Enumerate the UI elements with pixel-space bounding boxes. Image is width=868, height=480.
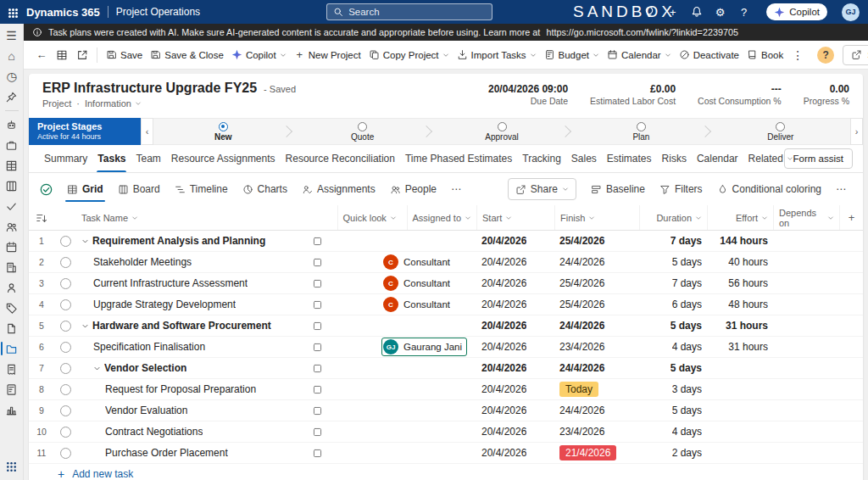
depends-on-cell[interactable]	[773, 252, 839, 272]
row-select[interactable]	[54, 400, 76, 421]
sidebar-item-accounts[interactable]	[0, 257, 24, 277]
finish-cell[interactable]: 23/4/2026	[554, 337, 639, 357]
notifications-button[interactable]	[690, 6, 703, 19]
task-name-cell[interactable]: Current Infrastructure Assessment	[76, 273, 307, 293]
sidebar-item-projects[interactable]	[0, 338, 24, 359]
task-name-cell[interactable]: Specification Finalisation	[76, 337, 307, 357]
finish-cell[interactable]: 25/4/2026	[554, 273, 639, 293]
bpf-stage-approval[interactable]: Approval	[432, 119, 571, 144]
row-select[interactable]	[54, 443, 76, 463]
duration-cell[interactable]: 3 days	[639, 379, 707, 399]
sidebar-item-recent[interactable]: ◷	[0, 66, 24, 87]
duration-cell[interactable]: 4 days	[639, 421, 707, 442]
effort-cell[interactable]: 31 hours	[707, 337, 773, 357]
effort-cell[interactable]	[707, 443, 773, 463]
finish-cell[interactable]: 24/4/2026	[554, 252, 639, 272]
depends-on-cell[interactable]	[773, 231, 839, 251]
command-book[interactable]: Book	[743, 44, 787, 66]
bpf-stage-new[interactable]: New	[153, 119, 292, 144]
share-button[interactable]: Share	[508, 178, 576, 200]
column-header-assigned-to[interactable]: Assigned to	[407, 205, 476, 230]
duration-cell[interactable]: 2 days	[639, 443, 707, 463]
start-cell[interactable]: 20/4/2026	[476, 379, 554, 399]
tab-sales[interactable]: Sales	[566, 145, 602, 172]
finish-cell[interactable]: 24/4/2026	[554, 315, 639, 336]
start-cell[interactable]: 20/4/2026	[476, 443, 554, 463]
start-cell[interactable]: 20/4/2026	[476, 337, 554, 357]
task-name-cell[interactable]: Vendor Evaluation	[76, 400, 307, 421]
sidebar-item-pinned[interactable]	[0, 87, 24, 107]
more-actions-button[interactable]: ⋯	[829, 178, 853, 200]
assigned-to-cell[interactable]	[376, 443, 476, 463]
command-deactivate[interactable]: Deactivate	[676, 44, 743, 66]
bpf-stage-deliver[interactable]: Deliver	[711, 119, 850, 144]
command-save-close[interactable]: Save & Close	[147, 44, 227, 66]
command-save[interactable]: Save	[103, 44, 146, 66]
view-charts[interactable]: Charts	[236, 178, 294, 200]
add-column-button[interactable]: +	[839, 205, 863, 230]
quick-look-cell[interactable]	[307, 273, 376, 293]
view-grid[interactable]: Grid	[60, 178, 110, 200]
show-as-grid-button[interactable]	[53, 45, 71, 65]
share-button[interactable]: Share	[843, 45, 868, 65]
tab-summary[interactable]: Summary	[39, 145, 92, 172]
command-copilot[interactable]: Copilot	[228, 44, 290, 66]
help-button[interactable]: ?	[817, 47, 834, 64]
bpf-collapse-button[interactable]: ‹	[141, 118, 153, 145]
depends-on-cell[interactable]	[773, 421, 839, 442]
depends-on-cell[interactable]	[773, 294, 839, 315]
quick-look-cell[interactable]	[307, 443, 376, 463]
depends-on-cell[interactable]	[773, 400, 839, 421]
start-cell[interactable]: 20/4/2026	[476, 231, 554, 251]
command-budget[interactable]: Budget	[541, 44, 603, 66]
tab-team[interactable]: Team	[131, 145, 165, 172]
form-selector[interactable]: Information	[85, 98, 142, 109]
duration-cell[interactable]: 6 days	[639, 294, 707, 315]
quick-look-cell[interactable]	[307, 294, 376, 315]
add-new-task-button[interactable]: + Add new task	[58, 468, 133, 480]
column-header-start[interactable]: Start	[476, 205, 554, 230]
duration-cell[interactable]: 7 days	[639, 273, 707, 293]
row-select[interactable]	[54, 379, 76, 399]
sidebar-item-schedule-board[interactable]	[0, 176, 24, 196]
app-name[interactable]: Project Operations	[116, 6, 200, 18]
conditional-coloring-button[interactable]: Conditional coloring	[710, 178, 828, 200]
more-commands-button[interactable]: ⋮	[788, 45, 807, 65]
sidebar-item-invoices[interactable]	[0, 379, 24, 399]
duration-cell[interactable]: 7 days	[639, 231, 707, 251]
app-launcher-waffle-icon[interactable]	[8, 8, 11, 11]
column-header-quick-look[interactable]: Quick look	[337, 205, 407, 230]
sidebar-item-orders[interactable]	[0, 359, 24, 379]
view-board[interactable]: Board	[111, 178, 167, 200]
sidebar-item-resources[interactable]	[0, 216, 24, 237]
finish-cell[interactable]: 25/4/2026	[554, 294, 639, 315]
baseline-button[interactable]: Baseline	[584, 178, 652, 200]
more-views-button[interactable]: ⋯	[444, 178, 468, 200]
finish-cell[interactable]: 23/4/2026	[554, 421, 639, 442]
column-header-depends-on[interactable]: Depends on	[773, 205, 839, 230]
duration-cell[interactable]: 4 days	[639, 337, 707, 357]
task-name-cell[interactable]: Hardware and Software Procurement	[76, 315, 307, 336]
sidebar-item-tasks[interactable]	[0, 196, 24, 216]
assigned-to-cell[interactable]	[376, 231, 476, 251]
sidebar-item-my-work[interactable]	[0, 135, 24, 155]
depends-on-cell[interactable]	[773, 337, 839, 357]
quick-look-cell[interactable]	[307, 231, 376, 251]
brand-label[interactable]: Dynamics 365	[26, 6, 100, 19]
row-select[interactable]	[54, 421, 76, 442]
tab-calendar[interactable]: Calendar	[692, 145, 743, 172]
filters-button[interactable]: Filters	[653, 178, 709, 200]
assigned-to-cell[interactable]: CConsultant	[376, 294, 476, 315]
command-new-project[interactable]: +New Project	[291, 44, 364, 66]
quick-look-cell[interactable]	[307, 337, 376, 357]
start-cell[interactable]: 20/4/2026	[476, 358, 554, 378]
row-select[interactable]	[54, 358, 76, 378]
open-in-new-window-button[interactable]	[73, 45, 92, 65]
effort-cell[interactable]: 40 hours	[707, 252, 773, 272]
column-options-button[interactable]	[29, 205, 54, 230]
sidebar-item-reports[interactable]	[0, 399, 24, 420]
effort-cell[interactable]: 31 hours	[707, 315, 773, 336]
quick-look-cell[interactable]	[307, 421, 376, 442]
assigned-to-cell[interactable]: CConsultant	[376, 273, 476, 293]
row-select[interactable]	[54, 337, 76, 357]
